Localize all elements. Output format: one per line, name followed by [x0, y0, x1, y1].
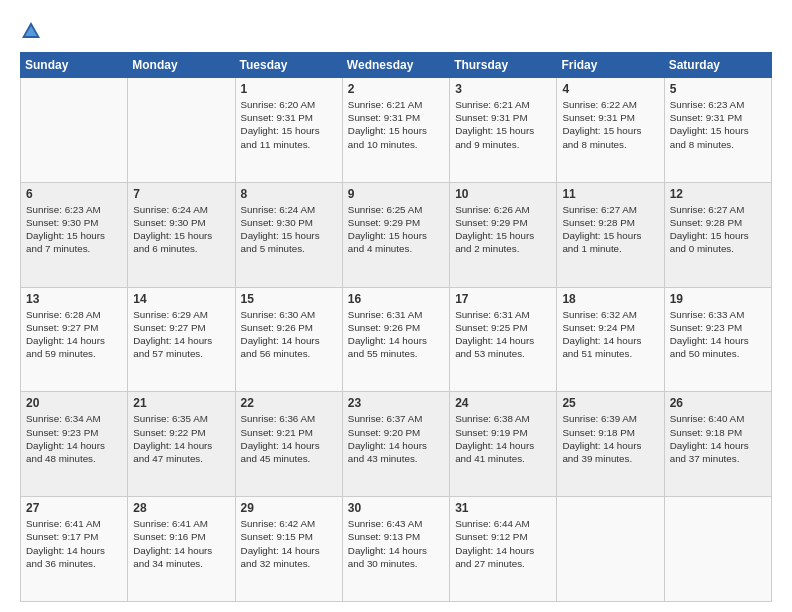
calendar-cell: 30Sunrise: 6:43 AM Sunset: 9:13 PM Dayli… — [342, 497, 449, 602]
calendar-cell: 9Sunrise: 6:25 AM Sunset: 9:29 PM Daylig… — [342, 182, 449, 287]
day-info: Sunrise: 6:20 AM Sunset: 9:31 PM Dayligh… — [241, 98, 337, 151]
day-info: Sunrise: 6:24 AM Sunset: 9:30 PM Dayligh… — [241, 203, 337, 256]
day-number: 13 — [26, 292, 122, 306]
day-number: 15 — [241, 292, 337, 306]
day-info: Sunrise: 6:32 AM Sunset: 9:24 PM Dayligh… — [562, 308, 658, 361]
weekday-header: Thursday — [450, 53, 557, 78]
calendar-cell — [664, 497, 771, 602]
day-number: 6 — [26, 187, 122, 201]
day-number: 14 — [133, 292, 229, 306]
calendar-cell: 13Sunrise: 6:28 AM Sunset: 9:27 PM Dayli… — [21, 287, 128, 392]
day-info: Sunrise: 6:34 AM Sunset: 9:23 PM Dayligh… — [26, 412, 122, 465]
day-number: 21 — [133, 396, 229, 410]
calendar-week-row: 1Sunrise: 6:20 AM Sunset: 9:31 PM Daylig… — [21, 78, 772, 183]
day-info: Sunrise: 6:42 AM Sunset: 9:15 PM Dayligh… — [241, 517, 337, 570]
day-info: Sunrise: 6:36 AM Sunset: 9:21 PM Dayligh… — [241, 412, 337, 465]
calendar-cell: 18Sunrise: 6:32 AM Sunset: 9:24 PM Dayli… — [557, 287, 664, 392]
weekday-header-row: SundayMondayTuesdayWednesdayThursdayFrid… — [21, 53, 772, 78]
day-info: Sunrise: 6:40 AM Sunset: 9:18 PM Dayligh… — [670, 412, 766, 465]
day-number: 8 — [241, 187, 337, 201]
day-info: Sunrise: 6:23 AM Sunset: 9:31 PM Dayligh… — [670, 98, 766, 151]
calendar-week-row: 6Sunrise: 6:23 AM Sunset: 9:30 PM Daylig… — [21, 182, 772, 287]
calendar-cell: 27Sunrise: 6:41 AM Sunset: 9:17 PM Dayli… — [21, 497, 128, 602]
day-number: 27 — [26, 501, 122, 515]
calendar-cell: 28Sunrise: 6:41 AM Sunset: 9:16 PM Dayli… — [128, 497, 235, 602]
day-number: 24 — [455, 396, 551, 410]
day-info: Sunrise: 6:28 AM Sunset: 9:27 PM Dayligh… — [26, 308, 122, 361]
calendar-cell: 24Sunrise: 6:38 AM Sunset: 9:19 PM Dayli… — [450, 392, 557, 497]
logo — [20, 18, 46, 42]
header — [20, 18, 772, 42]
logo-icon — [20, 20, 42, 42]
day-number: 20 — [26, 396, 122, 410]
day-info: Sunrise: 6:43 AM Sunset: 9:13 PM Dayligh… — [348, 517, 444, 570]
day-info: Sunrise: 6:29 AM Sunset: 9:27 PM Dayligh… — [133, 308, 229, 361]
calendar-cell: 11Sunrise: 6:27 AM Sunset: 9:28 PM Dayli… — [557, 182, 664, 287]
day-info: Sunrise: 6:33 AM Sunset: 9:23 PM Dayligh… — [670, 308, 766, 361]
day-number: 4 — [562, 82, 658, 96]
day-number: 5 — [670, 82, 766, 96]
day-number: 25 — [562, 396, 658, 410]
calendar-cell: 6Sunrise: 6:23 AM Sunset: 9:30 PM Daylig… — [21, 182, 128, 287]
calendar-cell: 31Sunrise: 6:44 AM Sunset: 9:12 PM Dayli… — [450, 497, 557, 602]
day-info: Sunrise: 6:41 AM Sunset: 9:17 PM Dayligh… — [26, 517, 122, 570]
day-number: 10 — [455, 187, 551, 201]
day-info: Sunrise: 6:24 AM Sunset: 9:30 PM Dayligh… — [133, 203, 229, 256]
day-info: Sunrise: 6:41 AM Sunset: 9:16 PM Dayligh… — [133, 517, 229, 570]
calendar-cell: 12Sunrise: 6:27 AM Sunset: 9:28 PM Dayli… — [664, 182, 771, 287]
day-number: 31 — [455, 501, 551, 515]
day-number: 19 — [670, 292, 766, 306]
day-number: 17 — [455, 292, 551, 306]
weekday-header: Sunday — [21, 53, 128, 78]
day-info: Sunrise: 6:31 AM Sunset: 9:25 PM Dayligh… — [455, 308, 551, 361]
day-number: 2 — [348, 82, 444, 96]
calendar-cell: 23Sunrise: 6:37 AM Sunset: 9:20 PM Dayli… — [342, 392, 449, 497]
calendar-cell: 20Sunrise: 6:34 AM Sunset: 9:23 PM Dayli… — [21, 392, 128, 497]
calendar-cell: 29Sunrise: 6:42 AM Sunset: 9:15 PM Dayli… — [235, 497, 342, 602]
calendar-cell: 1Sunrise: 6:20 AM Sunset: 9:31 PM Daylig… — [235, 78, 342, 183]
calendar-cell: 8Sunrise: 6:24 AM Sunset: 9:30 PM Daylig… — [235, 182, 342, 287]
day-number: 28 — [133, 501, 229, 515]
day-info: Sunrise: 6:27 AM Sunset: 9:28 PM Dayligh… — [670, 203, 766, 256]
day-info: Sunrise: 6:27 AM Sunset: 9:28 PM Dayligh… — [562, 203, 658, 256]
calendar-cell: 17Sunrise: 6:31 AM Sunset: 9:25 PM Dayli… — [450, 287, 557, 392]
day-info: Sunrise: 6:38 AM Sunset: 9:19 PM Dayligh… — [455, 412, 551, 465]
day-number: 12 — [670, 187, 766, 201]
day-number: 26 — [670, 396, 766, 410]
day-info: Sunrise: 6:22 AM Sunset: 9:31 PM Dayligh… — [562, 98, 658, 151]
weekday-header: Wednesday — [342, 53, 449, 78]
page: SundayMondayTuesdayWednesdayThursdayFrid… — [0, 0, 792, 612]
day-number: 1 — [241, 82, 337, 96]
calendar-cell — [21, 78, 128, 183]
calendar-cell: 14Sunrise: 6:29 AM Sunset: 9:27 PM Dayli… — [128, 287, 235, 392]
calendar-cell: 7Sunrise: 6:24 AM Sunset: 9:30 PM Daylig… — [128, 182, 235, 287]
day-info: Sunrise: 6:23 AM Sunset: 9:30 PM Dayligh… — [26, 203, 122, 256]
day-number: 16 — [348, 292, 444, 306]
weekday-header: Monday — [128, 53, 235, 78]
calendar-week-row: 20Sunrise: 6:34 AM Sunset: 9:23 PM Dayli… — [21, 392, 772, 497]
calendar-week-row: 13Sunrise: 6:28 AM Sunset: 9:27 PM Dayli… — [21, 287, 772, 392]
day-number: 7 — [133, 187, 229, 201]
day-info: Sunrise: 6:21 AM Sunset: 9:31 PM Dayligh… — [348, 98, 444, 151]
day-info: Sunrise: 6:35 AM Sunset: 9:22 PM Dayligh… — [133, 412, 229, 465]
day-number: 9 — [348, 187, 444, 201]
day-number: 11 — [562, 187, 658, 201]
day-info: Sunrise: 6:21 AM Sunset: 9:31 PM Dayligh… — [455, 98, 551, 151]
day-number: 30 — [348, 501, 444, 515]
day-number: 18 — [562, 292, 658, 306]
day-info: Sunrise: 6:25 AM Sunset: 9:29 PM Dayligh… — [348, 203, 444, 256]
calendar-cell: 10Sunrise: 6:26 AM Sunset: 9:29 PM Dayli… — [450, 182, 557, 287]
calendar: SundayMondayTuesdayWednesdayThursdayFrid… — [20, 52, 772, 602]
calendar-cell — [128, 78, 235, 183]
day-info: Sunrise: 6:26 AM Sunset: 9:29 PM Dayligh… — [455, 203, 551, 256]
day-info: Sunrise: 6:39 AM Sunset: 9:18 PM Dayligh… — [562, 412, 658, 465]
calendar-cell: 22Sunrise: 6:36 AM Sunset: 9:21 PM Dayli… — [235, 392, 342, 497]
calendar-cell: 25Sunrise: 6:39 AM Sunset: 9:18 PM Dayli… — [557, 392, 664, 497]
day-info: Sunrise: 6:44 AM Sunset: 9:12 PM Dayligh… — [455, 517, 551, 570]
calendar-cell: 4Sunrise: 6:22 AM Sunset: 9:31 PM Daylig… — [557, 78, 664, 183]
day-number: 22 — [241, 396, 337, 410]
calendar-cell: 3Sunrise: 6:21 AM Sunset: 9:31 PM Daylig… — [450, 78, 557, 183]
day-info: Sunrise: 6:37 AM Sunset: 9:20 PM Dayligh… — [348, 412, 444, 465]
weekday-header: Tuesday — [235, 53, 342, 78]
calendar-cell: 15Sunrise: 6:30 AM Sunset: 9:26 PM Dayli… — [235, 287, 342, 392]
